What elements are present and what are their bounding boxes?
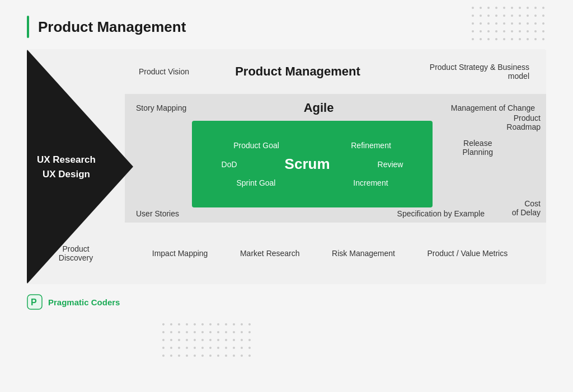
product-roadmap-label: ProductRoadmap	[506, 114, 541, 131]
scrum-box: Product Goal Refinement DoD Scrum Review…	[192, 121, 433, 207]
market-research-label: Market Research	[240, 249, 300, 258]
agile-inner: Story Mapping Agile Management of Change…	[125, 94, 546, 223]
bottom-items: Impact Mapping Market Research Risk Mana…	[125, 249, 535, 258]
agile-section: Story Mapping Agile Management of Change…	[125, 94, 546, 223]
user-stories-row: User Stories Specification by Example	[125, 209, 546, 218]
agile-title: Agile	[186, 101, 451, 115]
product-value-metrics-label: Product / Value Metrics	[428, 249, 508, 258]
scrum-bottom-row: Sprint Goal Increment	[198, 178, 427, 187]
release-planning-label: Release Planning	[463, 139, 494, 157]
product-management-title: Product Management	[189, 64, 406, 79]
main-diagram: UX Research UX Design Product Vision Pro…	[27, 49, 546, 284]
refinement-label: Refinement	[351, 141, 391, 150]
ux-text: UX Research UX Design	[37, 153, 96, 181]
product-strategy-label: Product Strategy & Business model	[406, 63, 529, 81]
dot-grid-top-right: (function() { const g = document.querySe…	[472, 7, 546, 42]
user-stories-label: User Stories	[136, 209, 179, 218]
review-label: Review	[378, 160, 403, 169]
product-vision-label: Product Vision	[139, 67, 189, 76]
dod-label: DoD	[222, 160, 237, 169]
agile-row-header: Story Mapping Agile Management of Change	[125, 94, 546, 122]
risk-management-label: Risk Management	[332, 249, 395, 258]
scrum-title: Scrum	[285, 155, 330, 173]
story-mapping-label: Story Mapping	[136, 103, 186, 112]
logo-icon: P	[27, 294, 43, 310]
sprint-goal-label: Sprint Goal	[236, 178, 275, 187]
spec-by-example-label: Specification by Example	[397, 209, 485, 218]
scrum-top-row: Product Goal Refinement	[198, 141, 427, 150]
footer-logo-text: Pragmatic Coders	[48, 297, 120, 307]
svg-text:P: P	[31, 297, 37, 307]
page-footer: P Pragmatic Coders	[0, 284, 573, 320]
header-accent-bar	[27, 16, 29, 38]
dot-grid-bottom: (function() { const g = document.querySe…	[162, 323, 252, 358]
management-of-change-label: Management of Change	[451, 103, 535, 112]
product-goal-label: Product Goal	[233, 141, 279, 150]
page-title: Product Management	[38, 18, 186, 36]
increment-label: Increment	[353, 178, 388, 187]
impact-mapping-label: Impact Mapping	[152, 249, 208, 258]
